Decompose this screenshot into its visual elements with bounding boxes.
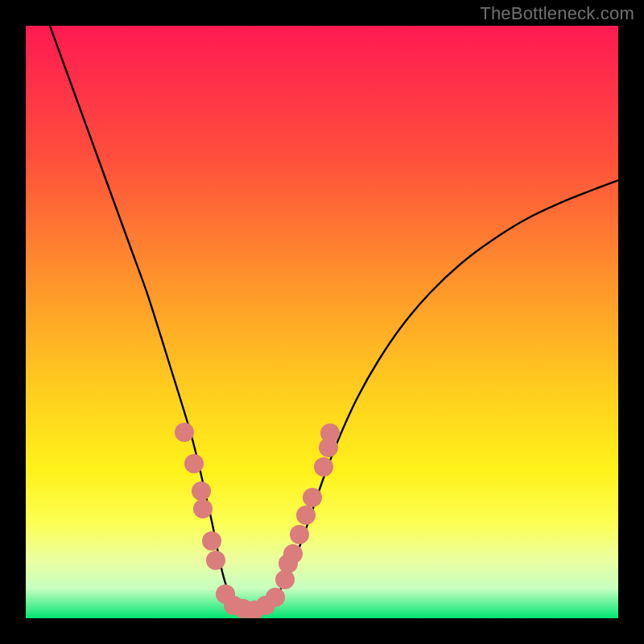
data-dot	[290, 525, 309, 544]
data-dot	[296, 506, 316, 525]
data-dot	[266, 588, 285, 607]
data-dot	[320, 423, 340, 443]
plot-area	[26, 26, 618, 618]
data-dot	[193, 499, 213, 518]
data-dot	[202, 531, 221, 551]
data-dot	[275, 570, 295, 589]
curve-left-arm	[50, 26, 258, 609]
watermark-text: TheBottleneck.com	[480, 3, 634, 24]
data-dot	[314, 457, 333, 477]
data-dot	[303, 488, 322, 507]
figure-root: TheBottleneck.com	[0, 0, 644, 644]
data-dot	[283, 544, 303, 564]
curves-layer	[26, 26, 618, 618]
data-dot	[175, 423, 194, 442]
data-dot	[184, 454, 204, 473]
data-dot	[192, 481, 211, 501]
data-dot	[206, 551, 225, 570]
curve-right-arm	[258, 180, 618, 609]
scatter-dots	[175, 423, 340, 618]
